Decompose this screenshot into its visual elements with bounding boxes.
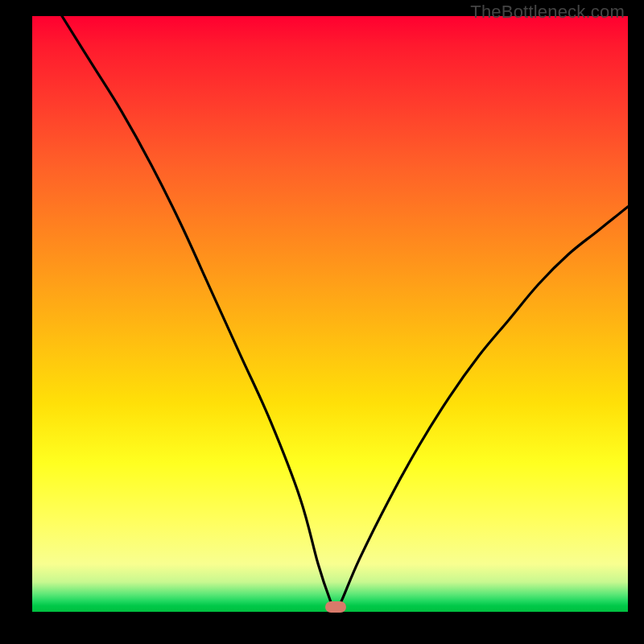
chart-frame: TheBottleneck.com xyxy=(0,0,644,644)
optimal-point-marker xyxy=(325,601,346,613)
curve-svg xyxy=(32,16,628,612)
bottleneck-curve-path xyxy=(62,16,628,612)
plot-area xyxy=(32,16,628,612)
watermark-text: TheBottleneck.com xyxy=(470,2,625,23)
